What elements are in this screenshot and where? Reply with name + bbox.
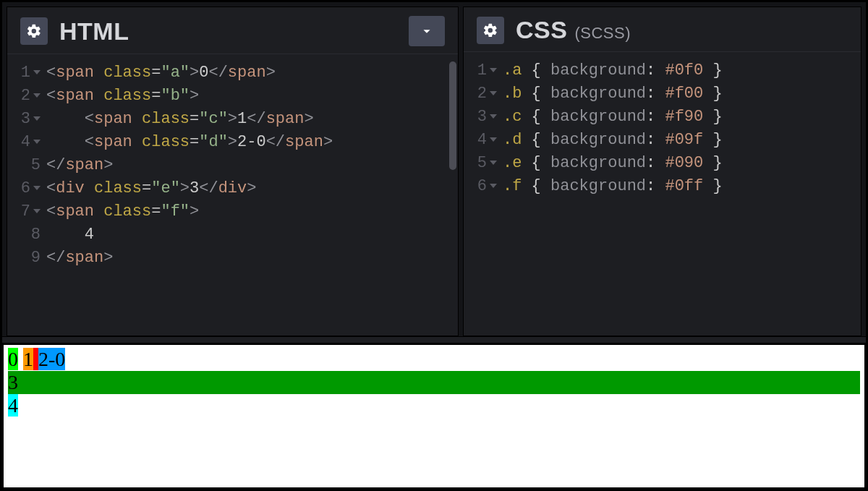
line-number: 4 — [464, 129, 503, 152]
line-content[interactable]: <span class="d">2-0</span> — [46, 131, 452, 154]
line-number: 1 — [7, 61, 46, 85]
vertical-resizer[interactable] — [2, 336, 866, 343]
code-line[interactable]: 5</span> — [7, 154, 452, 177]
fold-caret-icon[interactable] — [33, 209, 41, 213]
code-line[interactable]: 4.d { background: #09f } — [464, 129, 855, 152]
output-preview: 0 1 2-0 3 4 — [2, 343, 866, 489]
code-line[interactable]: 4 <span class="d">2-0</span> — [7, 131, 452, 154]
html-panel-title: HTML — [59, 17, 129, 46]
fold-caret-icon[interactable] — [33, 93, 41, 98]
chevron-down-icon[interactable] — [409, 16, 445, 46]
fold-caret-icon[interactable] — [490, 114, 497, 119]
css-panel-title: CSS (SCSS) — [516, 16, 631, 44]
line-content[interactable]: .b { background: #f00 } — [503, 82, 855, 106]
line-content[interactable]: .a { background: #0f0 } — [503, 59, 855, 82]
line-number: 7 — [7, 200, 46, 223]
fold-caret-icon[interactable] — [490, 91, 497, 95]
css-title-text: CSS — [516, 16, 567, 44]
line-content[interactable]: </span> — [46, 154, 452, 177]
line-content[interactable]: .f { background: #0ff } — [503, 175, 855, 198]
line-number: 6 — [464, 175, 503, 198]
scrollbar-thumb[interactable] — [449, 61, 456, 170]
css-panel-header: CSS (SCSS) — [464, 7, 861, 52]
output-span-d: 2-0 — [38, 348, 65, 370]
css-subtitle: (SCSS) — [574, 24, 631, 43]
fold-caret-icon[interactable] — [33, 186, 41, 190]
html-code-editor[interactable]: 1<span class="a">0</span>2<span class="b… — [7, 54, 458, 336]
line-number: 6 — [7, 177, 46, 200]
css-code-editor[interactable]: 1.a { background: #0f0 }2.b { background… — [464, 52, 861, 336]
code-line[interactable]: 3.c { background: #f90 } — [464, 106, 855, 129]
code-line[interactable]: 7<span class="f"> — [7, 200, 452, 223]
output-span-f: 4 — [8, 394, 18, 417]
code-line[interactable]: 2.b { background: #f00 } — [464, 82, 855, 106]
line-content[interactable]: 4 — [46, 223, 452, 247]
line-number: 5 — [464, 152, 503, 175]
line-content[interactable]: <span class="f"> — [46, 200, 452, 223]
code-line[interactable]: 6<div class="e">3</div> — [7, 177, 452, 200]
line-number: 3 — [464, 106, 503, 129]
code-line[interactable]: 9</span> — [7, 247, 452, 270]
fold-caret-icon[interactable] — [33, 140, 41, 144]
output-span-c: 1 — [23, 348, 33, 370]
fold-caret-icon[interactable] — [490, 137, 497, 142]
fold-caret-icon[interactable] — [490, 184, 497, 188]
code-line[interactable]: 5.e { background: #090 } — [464, 152, 855, 175]
line-content[interactable]: <div class="e">3</div> — [46, 177, 452, 200]
line-number: 1 — [464, 59, 503, 82]
code-line[interactable]: 1<span class="a">0</span> — [7, 61, 452, 85]
line-content[interactable]: <span class="a">0</span> — [46, 61, 452, 85]
fold-caret-icon[interactable] — [490, 68, 497, 72]
line-number: 2 — [7, 85, 46, 108]
fold-caret-icon[interactable] — [33, 70, 41, 74]
code-line[interactable]: 2<span class="b"> — [7, 85, 452, 108]
line-number: 4 — [7, 131, 46, 154]
fold-caret-icon[interactable] — [33, 116, 41, 121]
line-content[interactable]: .e { background: #090 } — [503, 152, 855, 175]
code-line[interactable]: 3 <span class="c">1</span> — [7, 108, 452, 131]
line-number: 5 — [7, 154, 46, 177]
output-div-e: 3 — [8, 371, 860, 394]
code-line[interactable]: 1.a { background: #0f0 } — [464, 59, 855, 82]
gear-icon[interactable] — [477, 17, 504, 44]
line-content[interactable]: .d { background: #09f } — [503, 129, 855, 152]
line-content[interactable]: <span class="c">1</span> — [46, 108, 452, 131]
css-editor-panel: CSS (SCSS) 1.a { background: #0f0 }2.b {… — [463, 7, 861, 336]
fold-caret-icon[interactable] — [490, 161, 497, 165]
line-number: 9 — [7, 247, 46, 270]
output-span-a: 0 — [8, 348, 18, 370]
output-span-b: 1 2-0 — [23, 348, 65, 370]
code-line[interactable]: 8 4 — [7, 223, 452, 247]
html-editor-panel: HTML 1<span class="a">0</span>2<span cla… — [7, 7, 459, 336]
line-content[interactable]: </span> — [46, 247, 452, 270]
line-number: 3 — [7, 108, 46, 131]
line-content[interactable]: .c { background: #f90 } — [503, 106, 855, 129]
code-line[interactable]: 6.f { background: #0ff } — [464, 175, 855, 198]
line-number: 8 — [7, 223, 46, 247]
gear-icon[interactable] — [20, 17, 48, 45]
line-number: 2 — [464, 82, 503, 106]
line-content[interactable]: <span class="b"> — [46, 85, 452, 108]
html-panel-header: HTML — [7, 7, 458, 54]
